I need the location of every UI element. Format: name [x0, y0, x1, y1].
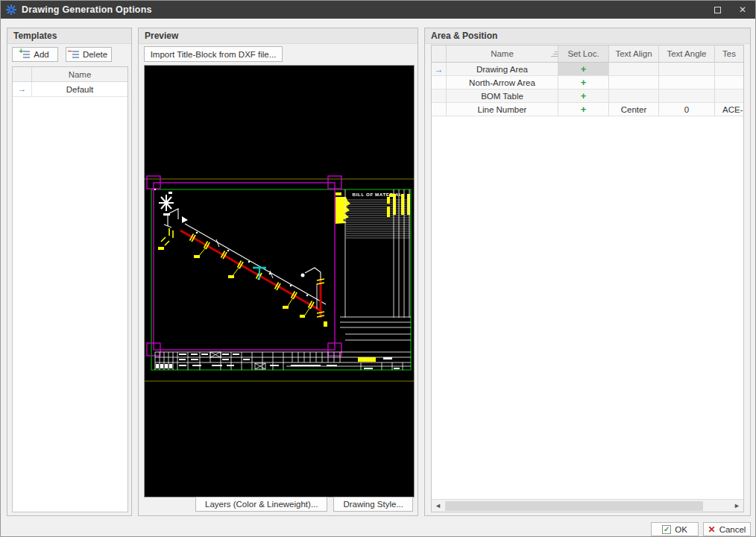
delete-icon: − — [70, 51, 79, 58]
pipe-isometric — [158, 209, 327, 327]
cad-drawing: BILL OF MATERIAL — [145, 66, 414, 497]
column-header-text-align[interactable]: Text Align — [609, 45, 659, 63]
close-icon: ✕ — [739, 4, 746, 15]
sort-ascending-icon — [551, 51, 558, 57]
cell-text-angle[interactable] — [659, 90, 715, 103]
drawing-generation-options-dialog: Drawing Generation Options ✕ Templates +… — [0, 0, 756, 537]
templates-list: Name → Default — [12, 66, 128, 512]
grid-selector-header — [432, 45, 447, 63]
column-header-name[interactable]: Name — [447, 45, 558, 63]
cell-set-loc-button[interactable]: + — [558, 63, 609, 76]
cell-name[interactable]: North-Arrow Area — [447, 76, 558, 90]
cell-name[interactable]: Line Number — [447, 103, 558, 116]
horizontal-scrollbar[interactable]: ◄ ► — [432, 499, 743, 512]
import-titleblock-button[interactable]: Import Title-Block from DXF file... — [144, 46, 283, 62]
scroll-right-arrow[interactable]: ► — [731, 500, 743, 512]
cell-text-angle[interactable]: 0 — [659, 103, 715, 116]
layers-button[interactable]: Layers (Color & Lineweight)... — [195, 497, 327, 512]
preview-caption: Preview — [139, 28, 418, 44]
cancel-button[interactable]: ✕ Cancel — [703, 522, 751, 536]
add-button-label: Add — [34, 50, 48, 59]
cell-text-style[interactable]: ACE-10 — [715, 103, 744, 116]
template-name: Default — [32, 82, 127, 96]
cell-set-loc-button[interactable]: + — [558, 103, 609, 116]
delete-template-button[interactable]: − Delete — [66, 47, 112, 62]
grid-row-line-number[interactable]: Line Number + Center 0 ACE-10 — [432, 103, 744, 116]
sheet-border — [151, 189, 411, 370]
area-position-grid: Name Set Loc. Text Align Text Angle Tes … — [431, 45, 744, 512]
scroll-left-arrow[interactable]: ◄ — [432, 500, 444, 512]
templates-panel: Templates + Add − Delete Name → Default — [7, 28, 132, 516]
column-header-text-angle[interactable]: Text Angle — [659, 45, 715, 63]
cell-text-align[interactable] — [609, 90, 659, 103]
maximize-icon — [714, 7, 721, 13]
row-selected-arrow: → — [435, 64, 444, 75]
preview-panel: Preview Import Title-Block from DXF file… — [138, 28, 418, 516]
ok-label: OK — [675, 525, 687, 534]
titlebar: Drawing Generation Options ✕ — [1, 1, 755, 19]
cell-text-style[interactable] — [715, 63, 744, 76]
templates-name-column-header[interactable]: Name — [32, 67, 127, 81]
cell-text-align[interactable] — [609, 63, 659, 76]
title-block-highlight — [358, 357, 376, 362]
grid-row-bom-table[interactable]: BOM Table + — [432, 90, 744, 103]
templates-selector-column — [13, 67, 32, 81]
area-position-caption: Area & Position — [425, 28, 750, 44]
delete-button-label: Delete — [83, 50, 107, 59]
templates-list-header: Name — [13, 67, 127, 82]
cell-text-angle[interactable] — [659, 76, 715, 90]
column-header-text-style[interactable]: Tes — [715, 45, 744, 63]
cell-set-loc-button[interactable]: + — [558, 76, 609, 90]
maximize-button[interactable] — [705, 1, 730, 19]
cell-name[interactable]: BOM Table — [447, 90, 558, 103]
ok-button[interactable]: ✓ OK — [651, 522, 699, 536]
cell-name[interactable]: Drawing Area — [447, 63, 558, 76]
drawing-style-button[interactable]: Drawing Style... — [333, 497, 413, 512]
grid-row-north-arrow-area[interactable]: North-Arrow Area + — [432, 76, 744, 90]
window-title: Drawing Generation Options — [22, 4, 152, 15]
add-icon: + — [21, 51, 30, 58]
template-row-default[interactable]: → Default — [13, 82, 127, 97]
cancel-x-icon: ✕ — [708, 525, 716, 534]
bom-table-block: BILL OF MATERIAL — [336, 189, 411, 340]
row-selected-arrow: → — [13, 82, 32, 96]
scrollbar-thumb[interactable] — [445, 501, 703, 511]
templates-caption: Templates — [7, 28, 131, 44]
preview-canvas: BILL OF MATERIAL — [144, 65, 415, 497]
cell-text-align[interactable]: Center — [609, 103, 659, 116]
ok-check-icon: ✓ — [662, 525, 671, 534]
area-position-panel: Area & Position Name Set Loc. Text Align… — [424, 28, 751, 516]
cancel-label: Cancel — [719, 525, 746, 534]
cell-text-style[interactable] — [715, 90, 744, 103]
grid-row-drawing-area[interactable]: → Drawing Area + — [432, 63, 744, 76]
cell-set-loc-button[interactable]: + — [558, 90, 609, 103]
column-header-set-loc[interactable]: Set Loc. — [558, 45, 609, 63]
close-button[interactable]: ✕ — [730, 1, 755, 19]
app-gear-icon — [5, 4, 17, 16]
cell-text-angle[interactable] — [659, 63, 715, 76]
add-template-button[interactable]: + Add — [12, 47, 58, 62]
cell-text-style[interactable] — [715, 76, 744, 90]
cell-text-align[interactable] — [609, 76, 659, 90]
grid-header-row: Name Set Loc. Text Align Text Angle Tes — [432, 45, 744, 63]
north-arrow-symbol — [159, 195, 174, 211]
